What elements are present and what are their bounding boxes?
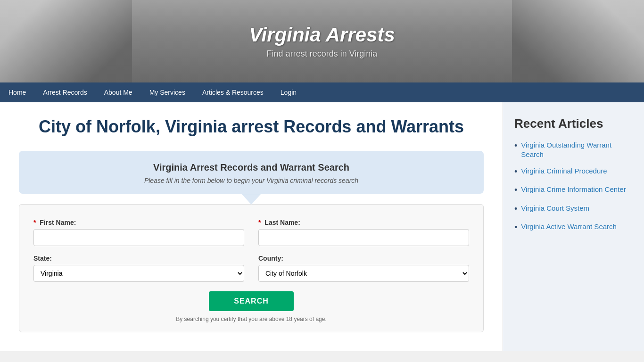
search-box-subtitle: Please fill in the form below to begin y… (33, 177, 470, 184)
last-name-group: * Last Name: (258, 219, 469, 246)
nav-login[interactable]: Login (272, 82, 305, 102)
search-box-arrow (242, 194, 261, 205)
main-wrapper: City of Norfolk, Virginia arrest Records… (0, 102, 644, 351)
search-box-title: Virginia Arrest Records and Warrant Sear… (33, 162, 470, 173)
first-name-group: * First Name: (33, 219, 244, 246)
sidebar-article-link-3[interactable]: Virginia Court System (521, 204, 589, 213)
nav-home[interactable]: Home (0, 82, 34, 102)
county-group: County: City of Norfolk (258, 255, 469, 282)
sidebar-article-link-1[interactable]: Virginia Criminal Procedure (521, 166, 607, 176)
sidebar-title: Recent Articles (514, 116, 633, 131)
nav-articles-resources[interactable]: Articles & Resources (194, 82, 272, 102)
state-select[interactable]: Virginia (33, 265, 244, 282)
site-title: Virginia Arrests (249, 24, 395, 46)
banner-text: Virginia Arrests Find arrest records in … (249, 24, 395, 59)
sidebar-article-link-4[interactable]: Virginia Active Warrant Search (521, 222, 617, 231)
first-name-required: * (33, 219, 36, 226)
location-row: State: Virginia County: City of Norfolk (33, 255, 469, 282)
banner: Virginia Arrests Find arrest records in … (0, 0, 644, 82)
first-name-input[interactable] (33, 229, 244, 246)
sidebar-article-link-0[interactable]: Virginia Outstanding Warrant Search (521, 140, 633, 159)
site-subtitle: Find arrest records in Virginia (249, 49, 395, 59)
search-form-wrapper: * First Name: * Last Name: State: (19, 204, 484, 332)
main-nav: Home Arrest Records About Me My Services… (0, 82, 644, 102)
first-name-label: * First Name: (33, 219, 244, 226)
search-button[interactable]: SEARCH (209, 291, 294, 311)
sidebar-article-link-2[interactable]: Virginia Crime Information Center (521, 185, 626, 194)
content-area: City of Norfolk, Virginia arrest Records… (0, 102, 503, 351)
nav-my-services[interactable]: My Services (141, 82, 194, 102)
name-row: * First Name: * Last Name: (33, 219, 469, 246)
sidebar-article-1: Virginia Criminal Procedure (514, 166, 633, 177)
nav-arrest-records[interactable]: Arrest Records (34, 82, 95, 102)
state-group: State: Virginia (33, 255, 244, 282)
last-name-required: * (258, 219, 261, 226)
last-name-label: * Last Name: (258, 219, 469, 226)
sidebar-article-3: Virginia Court System (514, 204, 633, 214)
last-name-input[interactable] (258, 229, 469, 246)
state-label: State: (33, 255, 244, 262)
sidebar-article-4: Virginia Active Warrant Search (514, 222, 633, 233)
banner-hands-right (512, 0, 644, 82)
search-box-header: Virginia Arrest Records and Warrant Sear… (19, 151, 484, 194)
sidebar: Recent Articles Virginia Outstanding War… (503, 102, 644, 351)
form-disclaimer: By searching you certify that you are ab… (33, 316, 469, 322)
county-label: County: (258, 255, 469, 262)
county-select[interactable]: City of Norfolk (258, 265, 469, 282)
sidebar-article-2: Virginia Crime Information Center (514, 185, 633, 196)
sidebar-articles-list: Virginia Outstanding Warrant Search Virg… (514, 140, 633, 233)
page-title: City of Norfolk, Virginia arrest Records… (19, 116, 484, 137)
sidebar-article-0: Virginia Outstanding Warrant Search (514, 140, 633, 159)
nav-about-me[interactable]: About Me (96, 82, 141, 102)
banner-hands-left (0, 0, 132, 82)
